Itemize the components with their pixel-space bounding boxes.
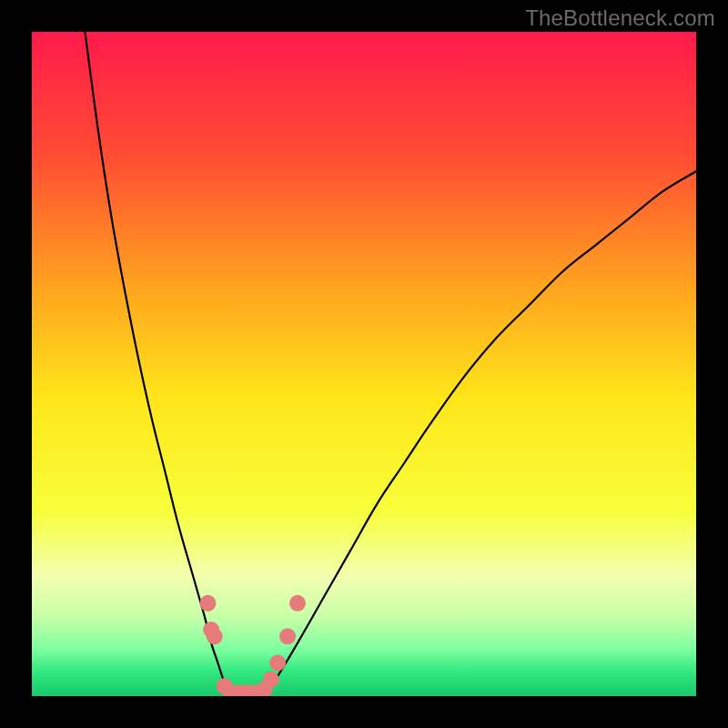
marker-dot [263,672,279,688]
bottleneck-curve [85,32,696,696]
marker-group [199,595,306,696]
curve-layer [32,32,696,696]
chart-frame: TheBottleneck.com [0,0,728,728]
watermark-text: TheBottleneck.com [525,5,715,31]
marker-dot [269,655,286,672]
plot-area [32,32,696,696]
marker-dot [289,595,306,612]
marker-dot [279,628,296,644]
marker-dot [199,595,216,612]
marker-dot [207,628,223,644]
